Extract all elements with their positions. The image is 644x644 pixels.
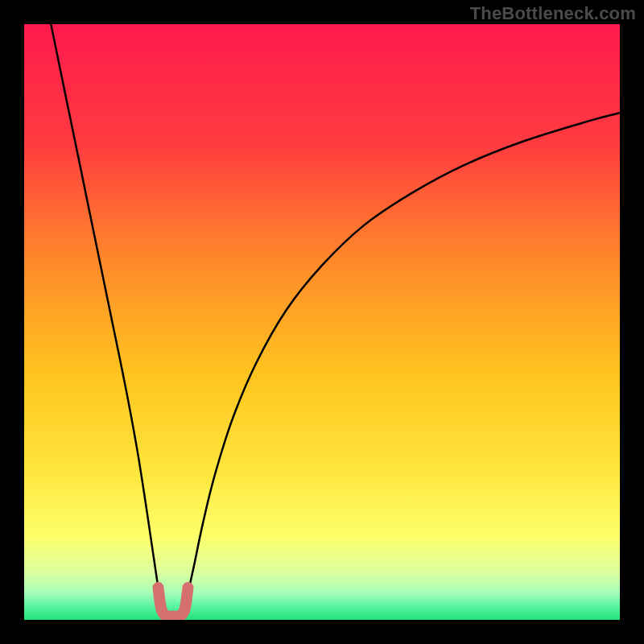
plot-area bbox=[24, 24, 620, 620]
optimal-zone-marker bbox=[159, 588, 188, 617]
bottleneck-curve-right bbox=[185, 113, 620, 606]
watermark-text: TheBottleneck.com bbox=[470, 3, 636, 24]
chart-frame: TheBottleneck.com bbox=[0, 0, 644, 644]
bottleneck-curve-left bbox=[51, 24, 161, 606]
curves-layer bbox=[24, 24, 620, 620]
